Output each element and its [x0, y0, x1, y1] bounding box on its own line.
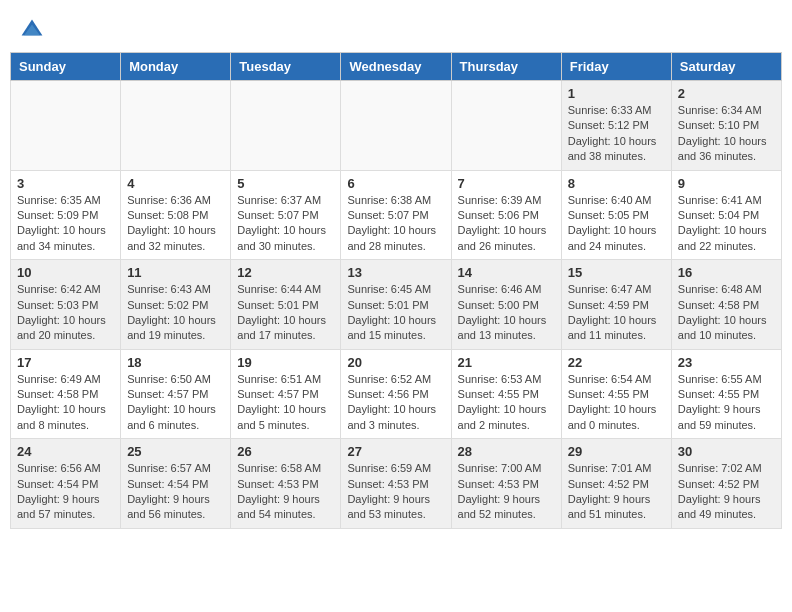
calendar-day-cell: 16Sunrise: 6:48 AM Sunset: 4:58 PM Dayli…: [671, 260, 781, 350]
day-info: Sunrise: 7:02 AM Sunset: 4:52 PM Dayligh…: [678, 461, 775, 523]
day-number: 2: [678, 86, 775, 101]
day-number: 11: [127, 265, 224, 280]
day-number: 12: [237, 265, 334, 280]
calendar-day-cell: 28Sunrise: 7:00 AM Sunset: 4:53 PM Dayli…: [451, 439, 561, 529]
calendar-day-cell: 6Sunrise: 6:38 AM Sunset: 5:07 PM Daylig…: [341, 170, 451, 260]
day-info: Sunrise: 6:42 AM Sunset: 5:03 PM Dayligh…: [17, 282, 114, 344]
day-info: Sunrise: 6:33 AM Sunset: 5:12 PM Dayligh…: [568, 103, 665, 165]
day-info: Sunrise: 6:38 AM Sunset: 5:07 PM Dayligh…: [347, 193, 444, 255]
day-number: 27: [347, 444, 444, 459]
day-number: 28: [458, 444, 555, 459]
day-number: 14: [458, 265, 555, 280]
day-number: 19: [237, 355, 334, 370]
day-info: Sunrise: 6:40 AM Sunset: 5:05 PM Dayligh…: [568, 193, 665, 255]
day-number: 22: [568, 355, 665, 370]
calendar-day-cell: 15Sunrise: 6:47 AM Sunset: 4:59 PM Dayli…: [561, 260, 671, 350]
day-number: 5: [237, 176, 334, 191]
day-info: Sunrise: 6:58 AM Sunset: 4:53 PM Dayligh…: [237, 461, 334, 523]
day-info: Sunrise: 6:36 AM Sunset: 5:08 PM Dayligh…: [127, 193, 224, 255]
calendar-weekday-header: Saturday: [671, 53, 781, 81]
calendar-day-cell: 26Sunrise: 6:58 AM Sunset: 4:53 PM Dayli…: [231, 439, 341, 529]
calendar-day-cell: [121, 81, 231, 171]
calendar-week-row: 24Sunrise: 6:56 AM Sunset: 4:54 PM Dayli…: [11, 439, 782, 529]
calendar-day-cell: 19Sunrise: 6:51 AM Sunset: 4:57 PM Dayli…: [231, 349, 341, 439]
day-number: 1: [568, 86, 665, 101]
calendar-weekday-header: Sunday: [11, 53, 121, 81]
day-number: 30: [678, 444, 775, 459]
day-info: Sunrise: 6:55 AM Sunset: 4:55 PM Dayligh…: [678, 372, 775, 434]
calendar-day-cell: 27Sunrise: 6:59 AM Sunset: 4:53 PM Dayli…: [341, 439, 451, 529]
calendar-week-row: 1Sunrise: 6:33 AM Sunset: 5:12 PM Daylig…: [11, 81, 782, 171]
day-info: Sunrise: 7:01 AM Sunset: 4:52 PM Dayligh…: [568, 461, 665, 523]
day-number: 23: [678, 355, 775, 370]
day-number: 13: [347, 265, 444, 280]
day-info: Sunrise: 7:00 AM Sunset: 4:53 PM Dayligh…: [458, 461, 555, 523]
calendar-weekday-header: Friday: [561, 53, 671, 81]
day-number: 15: [568, 265, 665, 280]
day-number: 26: [237, 444, 334, 459]
logo-icon: [20, 18, 44, 42]
calendar-day-cell: 13Sunrise: 6:45 AM Sunset: 5:01 PM Dayli…: [341, 260, 451, 350]
day-info: Sunrise: 6:45 AM Sunset: 5:01 PM Dayligh…: [347, 282, 444, 344]
day-info: Sunrise: 6:53 AM Sunset: 4:55 PM Dayligh…: [458, 372, 555, 434]
calendar-day-cell: 10Sunrise: 6:42 AM Sunset: 5:03 PM Dayli…: [11, 260, 121, 350]
calendar-day-cell: 5Sunrise: 6:37 AM Sunset: 5:07 PM Daylig…: [231, 170, 341, 260]
calendar-day-cell: 25Sunrise: 6:57 AM Sunset: 4:54 PM Dayli…: [121, 439, 231, 529]
calendar-day-cell: 14Sunrise: 6:46 AM Sunset: 5:00 PM Dayli…: [451, 260, 561, 350]
calendar-day-cell: 20Sunrise: 6:52 AM Sunset: 4:56 PM Dayli…: [341, 349, 451, 439]
calendar-day-cell: [341, 81, 451, 171]
day-info: Sunrise: 6:35 AM Sunset: 5:09 PM Dayligh…: [17, 193, 114, 255]
calendar-day-cell: 22Sunrise: 6:54 AM Sunset: 4:55 PM Dayli…: [561, 349, 671, 439]
day-info: Sunrise: 6:47 AM Sunset: 4:59 PM Dayligh…: [568, 282, 665, 344]
day-info: Sunrise: 6:51 AM Sunset: 4:57 PM Dayligh…: [237, 372, 334, 434]
day-info: Sunrise: 6:34 AM Sunset: 5:10 PM Dayligh…: [678, 103, 775, 165]
calendar-day-cell: 7Sunrise: 6:39 AM Sunset: 5:06 PM Daylig…: [451, 170, 561, 260]
calendar-week-row: 3Sunrise: 6:35 AM Sunset: 5:09 PM Daylig…: [11, 170, 782, 260]
day-info: Sunrise: 6:41 AM Sunset: 5:04 PM Dayligh…: [678, 193, 775, 255]
calendar-day-cell: [11, 81, 121, 171]
calendar-day-cell: 11Sunrise: 6:43 AM Sunset: 5:02 PM Dayli…: [121, 260, 231, 350]
day-number: 24: [17, 444, 114, 459]
day-number: 9: [678, 176, 775, 191]
calendar-day-cell: 1Sunrise: 6:33 AM Sunset: 5:12 PM Daylig…: [561, 81, 671, 171]
day-info: Sunrise: 6:54 AM Sunset: 4:55 PM Dayligh…: [568, 372, 665, 434]
day-number: 21: [458, 355, 555, 370]
calendar-day-cell: 23Sunrise: 6:55 AM Sunset: 4:55 PM Dayli…: [671, 349, 781, 439]
calendar-weekday-header: Tuesday: [231, 53, 341, 81]
day-info: Sunrise: 6:52 AM Sunset: 4:56 PM Dayligh…: [347, 372, 444, 434]
day-number: 25: [127, 444, 224, 459]
calendar-header-row: SundayMondayTuesdayWednesdayThursdayFrid…: [11, 53, 782, 81]
calendar-day-cell: 2Sunrise: 6:34 AM Sunset: 5:10 PM Daylig…: [671, 81, 781, 171]
day-info: Sunrise: 6:49 AM Sunset: 4:58 PM Dayligh…: [17, 372, 114, 434]
calendar-day-cell: 4Sunrise: 6:36 AM Sunset: 5:08 PM Daylig…: [121, 170, 231, 260]
day-number: 17: [17, 355, 114, 370]
day-info: Sunrise: 6:57 AM Sunset: 4:54 PM Dayligh…: [127, 461, 224, 523]
calendar-table: SundayMondayTuesdayWednesdayThursdayFrid…: [10, 52, 782, 529]
calendar-day-cell: 12Sunrise: 6:44 AM Sunset: 5:01 PM Dayli…: [231, 260, 341, 350]
day-number: 6: [347, 176, 444, 191]
page-header: [0, 0, 792, 52]
calendar-weekday-header: Wednesday: [341, 53, 451, 81]
calendar-week-row: 17Sunrise: 6:49 AM Sunset: 4:58 PM Dayli…: [11, 349, 782, 439]
day-number: 7: [458, 176, 555, 191]
calendar-day-cell: 8Sunrise: 6:40 AM Sunset: 5:05 PM Daylig…: [561, 170, 671, 260]
day-info: Sunrise: 6:37 AM Sunset: 5:07 PM Dayligh…: [237, 193, 334, 255]
day-info: Sunrise: 6:59 AM Sunset: 4:53 PM Dayligh…: [347, 461, 444, 523]
day-number: 20: [347, 355, 444, 370]
calendar-body: 1Sunrise: 6:33 AM Sunset: 5:12 PM Daylig…: [11, 81, 782, 529]
calendar-day-cell: 18Sunrise: 6:50 AM Sunset: 4:57 PM Dayli…: [121, 349, 231, 439]
calendar-day-cell: 24Sunrise: 6:56 AM Sunset: 4:54 PM Dayli…: [11, 439, 121, 529]
day-info: Sunrise: 6:56 AM Sunset: 4:54 PM Dayligh…: [17, 461, 114, 523]
day-number: 18: [127, 355, 224, 370]
logo: [20, 18, 48, 42]
calendar-day-cell: [451, 81, 561, 171]
day-info: Sunrise: 6:46 AM Sunset: 5:00 PM Dayligh…: [458, 282, 555, 344]
day-info: Sunrise: 6:48 AM Sunset: 4:58 PM Dayligh…: [678, 282, 775, 344]
calendar-day-cell: 29Sunrise: 7:01 AM Sunset: 4:52 PM Dayli…: [561, 439, 671, 529]
day-info: Sunrise: 6:43 AM Sunset: 5:02 PM Dayligh…: [127, 282, 224, 344]
day-number: 16: [678, 265, 775, 280]
calendar-day-cell: [231, 81, 341, 171]
calendar-day-cell: 21Sunrise: 6:53 AM Sunset: 4:55 PM Dayli…: [451, 349, 561, 439]
day-number: 4: [127, 176, 224, 191]
day-info: Sunrise: 6:50 AM Sunset: 4:57 PM Dayligh…: [127, 372, 224, 434]
